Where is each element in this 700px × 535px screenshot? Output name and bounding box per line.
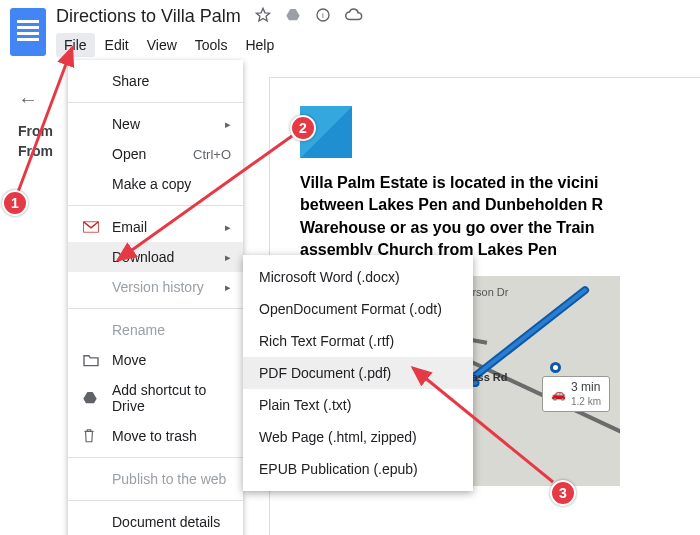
menuitem-label: Rename bbox=[112, 322, 231, 338]
menu-edit[interactable]: Edit bbox=[97, 33, 137, 57]
menuitem-label: Document details bbox=[112, 514, 231, 530]
menuitem-add-shortcut[interactable]: Add shortcut to Drive bbox=[68, 375, 243, 421]
route-distance: 1.2 km bbox=[571, 396, 601, 407]
annotation-arrow-1 bbox=[10, 40, 90, 200]
menuitem-label: Move bbox=[112, 352, 231, 368]
menu-help[interactable]: Help bbox=[237, 33, 282, 57]
menuitem-label: Share bbox=[112, 73, 231, 89]
trash-icon bbox=[82, 428, 102, 444]
menuitem-share[interactable]: Share bbox=[68, 66, 243, 96]
menu-view[interactable]: View bbox=[139, 33, 185, 57]
info-icon[interactable]: i bbox=[315, 7, 331, 26]
menuitem-label: Move to trash bbox=[112, 428, 231, 444]
submenu-odt[interactable]: OpenDocument Format (.odt) bbox=[243, 293, 473, 325]
star-icon[interactable] bbox=[255, 7, 271, 26]
route-time: 3 min bbox=[571, 380, 600, 394]
gmail-icon bbox=[82, 220, 102, 234]
app-header: Directions to Villa Palm i File Edit Vie… bbox=[0, 0, 700, 60]
menu-separator bbox=[68, 308, 243, 309]
menuitem-label: Add shortcut to Drive bbox=[112, 382, 231, 414]
menuitem-publish[interactable]: Publish to the web bbox=[68, 464, 243, 494]
chevron-right-icon: ▸ bbox=[225, 281, 231, 294]
drive-shortcut-icon bbox=[82, 390, 102, 406]
menuitem-rename[interactable]: Rename bbox=[68, 315, 243, 345]
chevron-right-icon: ▸ bbox=[225, 118, 231, 131]
menuitem-version-history[interactable]: Version history ▸ bbox=[68, 272, 243, 302]
menu-tools[interactable]: Tools bbox=[187, 33, 236, 57]
folder-move-icon bbox=[82, 353, 102, 367]
annotation-arrow-3 bbox=[405, 360, 565, 490]
drive-icon[interactable] bbox=[285, 7, 301, 26]
svg-text:i: i bbox=[322, 11, 324, 20]
cloud-saved-icon[interactable] bbox=[345, 6, 363, 27]
svg-line-2 bbox=[18, 48, 72, 192]
annotation-badge-2: 2 bbox=[290, 115, 316, 141]
menuitem-label: Publish to the web bbox=[112, 471, 231, 487]
menuitem-document-details[interactable]: Document details bbox=[68, 507, 243, 535]
document-title[interactable]: Directions to Villa Palm bbox=[56, 6, 241, 27]
menuitem-move-trash[interactable]: Move to trash bbox=[68, 421, 243, 451]
menu-separator bbox=[68, 102, 243, 103]
menu-separator bbox=[68, 500, 243, 501]
menu-separator bbox=[68, 457, 243, 458]
annotation-badge-1: 1 bbox=[2, 190, 28, 216]
menuitem-label: Version history bbox=[112, 279, 225, 295]
annotation-badge-3: 3 bbox=[550, 480, 576, 506]
menuitem-move[interactable]: Move bbox=[68, 345, 243, 375]
annotation-arrow-2 bbox=[110, 130, 300, 270]
menu-bar: File Edit View Tools Help bbox=[56, 33, 363, 57]
document-paragraph: Villa Palm Estate is located in the vici… bbox=[300, 172, 700, 262]
svg-line-3 bbox=[118, 136, 292, 260]
submenu-rtf[interactable]: Rich Text Format (.rtf) bbox=[243, 325, 473, 357]
svg-line-4 bbox=[413, 368, 553, 482]
